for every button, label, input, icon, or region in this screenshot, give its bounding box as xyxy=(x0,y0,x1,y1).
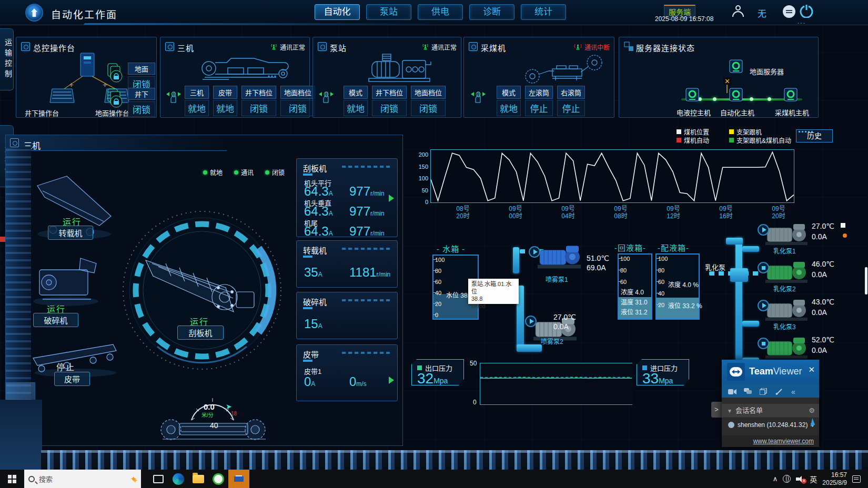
belt-position-value: 40 xyxy=(210,421,218,430)
machine-name-button-皮带[interactable]: 皮带 xyxy=(54,372,90,386)
legend-color-square xyxy=(677,129,681,134)
nav-button-诊断[interactable]: 诊断 xyxy=(469,4,514,20)
gear-icon[interactable]: ⚙ xyxy=(809,404,815,418)
network-icon[interactable] xyxy=(783,475,791,483)
session-list-header[interactable]: ▼会话名单 ⚙ xyxy=(722,404,819,418)
mix-tank-title: -配液箱- xyxy=(658,242,689,253)
sessions-icon[interactable] xyxy=(760,388,768,394)
volume-muted-icon[interactable]: ✕ xyxy=(796,475,804,483)
spray-pump2-play-button[interactable] xyxy=(525,316,537,327)
nav-button-统计[interactable]: 统计 xyxy=(521,4,566,20)
brush-icon[interactable] xyxy=(775,388,784,394)
bus-dot xyxy=(713,97,716,101)
status-dot-通讯: 通讯 xyxy=(234,168,254,177)
scraper-row-amp: 64.3A xyxy=(304,184,333,199)
scada-app-icon[interactable] xyxy=(228,470,249,488)
taskbar-search[interactable]: 搜索 ✦ xyxy=(24,470,141,488)
control-pair-井下档位[interactable]: 井下档位闭锁 xyxy=(372,86,407,116)
machine-name-button-破碎机[interactable]: 破碎机 xyxy=(33,313,78,327)
copilot-icon[interactable]: ✦ xyxy=(130,474,137,484)
downhole-console-label: 井下操作台 xyxy=(25,108,59,118)
history-button[interactable]: 历史 xyxy=(796,129,833,143)
expand-arrow-icon[interactable] xyxy=(389,377,394,384)
chat-icon[interactable] xyxy=(744,388,752,394)
tank-tick: 60 xyxy=(435,279,441,285)
server-node-icon xyxy=(729,59,743,75)
session-user-row[interactable]: shenshen (10.248.41.32) ▼ xyxy=(722,418,819,431)
machine-name-button-转载机[interactable]: 转载机 xyxy=(48,226,93,240)
nav-button-泵站[interactable]: 泵站 xyxy=(366,4,411,20)
nav-button-自动化[interactable]: 自动化 xyxy=(315,4,360,20)
control-pair-模式[interactable]: 模式就地 xyxy=(497,86,521,116)
search-placeholder: 搜索 xyxy=(39,474,126,484)
emulsion-pump-3-graphic xyxy=(764,296,810,324)
console-icon xyxy=(21,42,30,51)
scraper-name-button[interactable]: 刮板机 xyxy=(177,326,224,340)
user-icon[interactable] xyxy=(732,5,744,17)
emulsion-pump-3-amp: 0.0A xyxy=(812,308,827,317)
nav-button-供电[interactable]: 供电 xyxy=(418,4,463,20)
emulsion-pump-1-play-button[interactable] xyxy=(758,224,769,236)
expand-arrow-icon[interactable] xyxy=(389,195,394,202)
tank-tick: 100 xyxy=(435,257,445,263)
chart-x-tick: 09号08时 xyxy=(605,205,637,220)
scrollbar-thumb[interactable] xyxy=(865,267,867,294)
control-pair-地面档位[interactable]: 地面档位闭锁 xyxy=(280,86,315,116)
menu-circle-icon[interactable] xyxy=(783,5,795,18)
panel-master-console: 总控操作台 ✛✛ 井下操作台 地面操作台 地面闭锁井下闭锁 xyxy=(16,37,157,118)
close-icon[interactable]: ✕ xyxy=(808,365,815,374)
comm-status-text: 通讯正常 xyxy=(431,43,457,52)
edge-browser-icon[interactable] xyxy=(168,470,188,488)
server-node-icon xyxy=(784,88,798,104)
tray-expand-icon[interactable]: ∧ xyxy=(773,475,778,483)
file-explorer-icon[interactable] xyxy=(188,470,208,488)
control-pair-右滚筒[interactable]: 右滚筒停止 xyxy=(557,86,585,116)
start-button[interactable] xyxy=(0,470,24,488)
notification-center-icon[interactable] xyxy=(852,475,861,483)
video-icon[interactable] xyxy=(728,388,736,394)
control-value: 闭锁 xyxy=(411,100,446,116)
app-logo-icon xyxy=(25,4,43,22)
spray-pump1-play-button[interactable] xyxy=(529,246,540,258)
control-pair-井下档位[interactable]: 井下档位闭锁 xyxy=(241,86,276,116)
control-label: 井下档位 xyxy=(372,86,407,99)
taskbar-clock[interactable]: 16:572025/8/9 xyxy=(822,471,847,487)
browser-360-icon[interactable] xyxy=(208,470,228,488)
legend-label: 煤机位置 xyxy=(684,127,709,136)
emulsion-pump-4-stop-button[interactable] xyxy=(758,338,769,349)
pipe-stub xyxy=(742,246,759,252)
emulsion-pump-2-stop-button[interactable] xyxy=(758,262,769,273)
return-tank[interactable]: 1008060 浓度 4.0温度 31.0液位 31.2 xyxy=(618,253,652,320)
sidebar-tab-transport-control[interactable]: 运输控制 xyxy=(0,28,14,90)
task-view-button[interactable] xyxy=(148,470,168,488)
teamviewer-expand-tab[interactable]: > xyxy=(711,402,722,418)
scraper-ring-gauge[interactable] xyxy=(120,209,284,372)
control-pair-皮带[interactable]: 皮带就地 xyxy=(213,86,237,116)
metric-card-scraper: 刮板机 机头平行64.3A977r/min机头垂直64.3A977r/min机尾… xyxy=(296,158,398,237)
control-pair-模式[interactable]: 模式就地 xyxy=(344,86,368,116)
control-pair-左滚筒[interactable]: 左滚筒停止 xyxy=(525,86,553,116)
page-title: 自动化工作面 xyxy=(51,7,117,21)
server-node-label: 地面服务器 xyxy=(750,66,784,76)
control-pair-三机[interactable]: 三机就地 xyxy=(185,86,209,116)
conveyor-chain-graphic xyxy=(41,450,868,470)
mix-tank[interactable]: 10080604020 浓度 4.0 %液位 33.2 % xyxy=(655,253,700,320)
control-label: 左滚筒 xyxy=(525,86,553,99)
emulsion-pump-3-play-button[interactable] xyxy=(758,300,769,311)
lock-texts: 井下闭锁 xyxy=(128,88,155,117)
comm-status: 通讯正常 xyxy=(421,43,457,52)
control-pair-地面档位[interactable]: 地面档位闭锁 xyxy=(411,86,446,116)
machine-icon xyxy=(165,42,174,51)
outlet-legend-square xyxy=(417,365,422,370)
legend-item: 煤机位置 xyxy=(677,127,722,136)
power-icon[interactable] xyxy=(800,4,813,18)
emulsion-pump-4-temp: 52.0℃ xyxy=(812,336,834,344)
pipe-vertical xyxy=(513,247,519,273)
language-indicator[interactable]: 英 xyxy=(810,474,817,484)
lock-state-value[interactable]: 闭锁 xyxy=(128,101,155,117)
collapse-icon[interactable]: « xyxy=(791,388,800,394)
teamviewer-link[interactable]: www.teamviewer.com xyxy=(753,438,814,445)
scraper-row-amp: 64.3A xyxy=(304,224,333,239)
legend-label: 支架跟机&煤机自动 xyxy=(736,136,791,145)
teamviewer-titlebar[interactable]: TeamViewer ✕ xyxy=(722,360,819,384)
